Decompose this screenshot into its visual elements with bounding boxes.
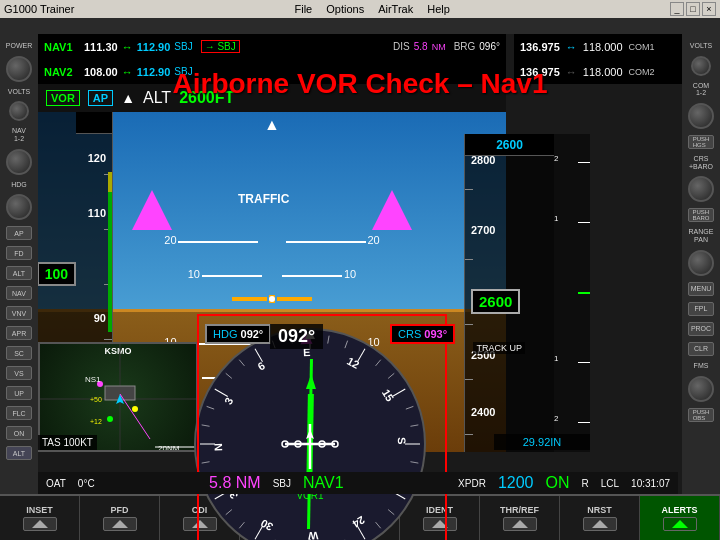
up-button[interactable]: UP <box>6 386 32 400</box>
traffic-label: TRAFFIC <box>238 192 289 206</box>
alt-mode-val: 2600FT <box>179 89 234 107</box>
menu-file[interactable]: File <box>295 3 313 15</box>
dis-value: 5.8 <box>414 41 428 52</box>
svg-text:+50: +50 <box>90 396 102 403</box>
xpdr-label-bottom: XPDR <box>458 478 486 489</box>
flc-button[interactable]: FLC <box>6 406 32 420</box>
vsi-indicator: 2 1 1 2 <box>554 134 590 452</box>
vs-button[interactable]: VS <box>6 366 32 380</box>
svg-marker-87 <box>512 520 528 528</box>
sc-button[interactable]: SC <box>6 346 32 360</box>
softkey-nrst-btn[interactable] <box>583 517 617 531</box>
current-airspeed: 100 <box>38 262 76 286</box>
hdg-label: HDG <box>213 328 237 340</box>
menu-airtrak[interactable]: AirTrak <box>378 3 413 15</box>
softkey-nrst[interactable]: NRST <box>560 496 640 540</box>
softkey-alerts-btn[interactable] <box>663 517 697 531</box>
softkey-nrst-label: NRST <box>587 505 612 515</box>
nav1-bottom: NAV1 <box>303 474 344 492</box>
com1-row: 136.975 ↔ 118.000 COM1 <box>520 34 676 59</box>
brg-value: 096° <box>479 41 500 52</box>
info-bar: OAT 0°C 5.8 NM SBJ NAV1 XPDR 1200 ON R L… <box>38 472 678 494</box>
hdg-knob[interactable] <box>6 194 32 220</box>
softkey-alerts[interactable]: ALERTS <box>640 496 720 540</box>
com2-label: COM2 <box>629 67 655 77</box>
crs-baro-label: CRS+BARO <box>689 155 713 170</box>
range-knob[interactable] <box>688 250 714 276</box>
vnv-button[interactable]: VNV <box>6 306 32 320</box>
power-knob[interactable] <box>6 56 32 82</box>
power-label: POWER <box>6 42 32 50</box>
proc-button[interactable]: PROC <box>688 322 714 336</box>
volts-knob-right[interactable] <box>691 56 711 76</box>
nav2-id: SBJ <box>174 66 192 77</box>
alt-mode-label: ALT <box>143 89 171 107</box>
vsi-2: 2 <box>554 154 558 163</box>
nav-button[interactable]: NAV <box>6 286 32 300</box>
softkey-inset-btn[interactable] <box>23 517 57 531</box>
time-display: 10:31:07 <box>631 478 670 489</box>
softkey-alerts-label: ALERTS <box>662 505 698 515</box>
aircraft-symbol <box>232 289 312 313</box>
clr-button[interactable]: CLR <box>688 342 714 356</box>
nav1-row: NAV1 111.30 ↔ 112.90 SBJ → SBJ DIS 5.8NM… <box>38 34 506 59</box>
oat-value: 0°C <box>78 478 95 489</box>
xpdr-r: R <box>581 478 588 489</box>
softkey-thrref-btn[interactable] <box>503 517 537 531</box>
apr-button[interactable]: APR <box>6 326 32 340</box>
nav2-active-freq: 112.90 <box>137 66 171 78</box>
fms-knob[interactable] <box>688 376 714 402</box>
svg-marker-82 <box>112 520 128 528</box>
menu-help[interactable]: Help <box>427 3 450 15</box>
maximize-button[interactable]: □ <box>686 2 700 16</box>
crs-baro-knob[interactable] <box>688 176 714 202</box>
crs-box: CRS 093° <box>390 324 455 344</box>
svg-text:W: W <box>307 530 318 540</box>
volts-knob-left[interactable] <box>9 101 29 121</box>
softkey-pfd-btn[interactable] <box>103 517 137 531</box>
alt-button-bottom[interactable]: ALT <box>6 446 32 460</box>
com2-row: 136.975 ↔ 118.000 COM2 <box>520 59 676 84</box>
nav1-id: SBJ <box>174 41 192 52</box>
alt-button-left[interactable]: ALT <box>6 266 32 280</box>
nav2-label: NAV2 <box>44 66 80 78</box>
svg-rect-0 <box>232 297 267 301</box>
bank-angle-indicator <box>132 180 412 240</box>
on-button[interactable]: ON <box>6 426 32 440</box>
fd-button[interactable]: FD <box>6 246 32 260</box>
softkey-inset[interactable]: INSET <box>0 496 80 540</box>
baro-display: 29.92IN <box>494 434 590 450</box>
svg-text:NS1: NS1 <box>85 375 101 384</box>
ap-button[interactable]: AP <box>6 226 32 240</box>
selected-airspeed <box>76 112 113 134</box>
selected-altitude: 2600 <box>465 134 554 156</box>
com-knob[interactable] <box>688 103 714 129</box>
svg-marker-88 <box>592 520 608 528</box>
pitch-num-10-left: 10 <box>188 268 200 280</box>
softkey-thrref[interactable]: THR/REF <box>480 496 560 540</box>
nav1-box: → SBJ <box>201 40 240 53</box>
svg-line-13 <box>120 394 150 439</box>
mode-triangle: ▲ <box>121 90 135 106</box>
fms-label: FMS <box>694 362 709 370</box>
minimize-button[interactable]: _ <box>670 2 684 16</box>
svg-point-12 <box>107 416 113 422</box>
push-hgs-button[interactable]: PUSHHGS <box>688 135 714 149</box>
xpdr-mode: ON <box>545 474 569 492</box>
push-baro-button[interactable]: PUSHBARO <box>688 208 714 222</box>
close-button[interactable]: × <box>702 2 716 16</box>
push-obs-button[interactable]: PUSHOBS <box>688 408 714 422</box>
hdg-label-left: HDG <box>11 181 27 189</box>
fpl-button[interactable]: FPL <box>688 302 714 316</box>
softkey-inset-label: INSET <box>26 505 53 515</box>
hdg-value: 092° <box>241 328 264 340</box>
softkey-pfd[interactable]: PFD <box>80 496 160 540</box>
menu-button[interactable]: MENU <box>688 282 714 296</box>
tas-display: TAS 100KT <box>38 435 97 450</box>
nav2-row: NAV2 108.00 ↔ 112.90 SBJ <box>38 59 506 84</box>
vor-mode-box: VOR <box>46 90 80 106</box>
nav-label-left: NAV1-2 <box>12 127 26 142</box>
nav-knob[interactable] <box>6 149 32 175</box>
menu-options[interactable]: Options <box>326 3 364 15</box>
ap-mode-box: AP <box>88 90 113 106</box>
